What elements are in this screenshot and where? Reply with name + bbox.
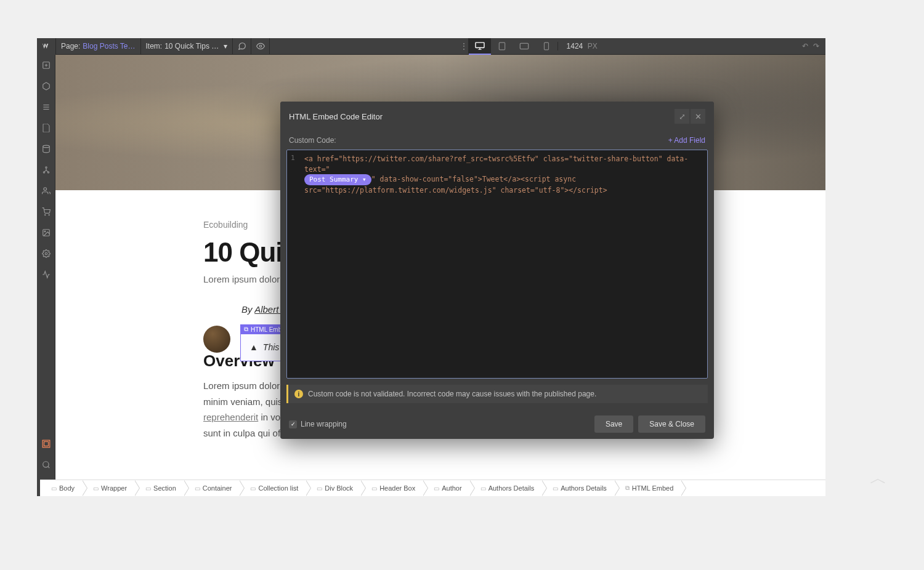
svg-point-10 <box>46 167 47 168</box>
undo-icon[interactable]: ↶ <box>802 42 808 50</box>
breakpoint-desktop[interactable] <box>469 38 491 55</box>
save-button[interactable]: Save <box>594 415 633 433</box>
target-icon[interactable] <box>37 433 55 454</box>
cms-field-pill[interactable]: Post Summary ▾ <box>304 174 371 185</box>
crumb-icon: ▭ <box>434 485 439 492</box>
crumb-icon: ▭ <box>480 485 486 492</box>
crumb-icon: ▭ <box>250 485 256 492</box>
breakpoint-mobile[interactable] <box>535 38 557 55</box>
crumb-authors-details[interactable]: ▭Authors Details <box>541 480 614 497</box>
crumb-icon: ▭ <box>51 485 57 492</box>
item-selector[interactable]: Item: 10 Quick Tips … ▾ <box>141 38 233 54</box>
line-wrapping-checkbox[interactable]: ✓ Line wrapping <box>289 420 347 428</box>
crumb-icon: ▭ <box>317 485 322 492</box>
box-icon[interactable] <box>37 76 55 97</box>
line-number: 1 <box>291 154 295 162</box>
webflow-logo[interactable] <box>37 38 55 55</box>
svg-point-15 <box>49 215 49 215</box>
crumb-container[interactable]: ▭Container <box>184 480 240 497</box>
page-value: Blog Posts Te… <box>83 42 135 50</box>
assets-icon[interactable] <box>37 222 55 243</box>
crumb-html-embed[interactable]: ⧉HTML Embed <box>614 480 681 497</box>
crumb-icon: ▭ <box>195 485 200 492</box>
crumb-icon: ▭ <box>553 485 558 492</box>
crumb-header-box[interactable]: ▭Header Box <box>360 480 423 497</box>
body-link[interactable]: reprehenderit <box>203 412 258 422</box>
svg-point-18 <box>45 252 47 255</box>
chat-icon[interactable] <box>233 38 251 55</box>
crumb-author[interactable]: ▭Author <box>423 480 469 497</box>
save-close-button[interactable]: Save & Close <box>638 415 705 433</box>
crumb-wrapper[interactable]: ▭Wrapper <box>82 480 134 497</box>
svg-line-22 <box>48 467 50 468</box>
search-icon[interactable] <box>37 454 55 475</box>
breakpoint-tablet-landscape[interactable] <box>513 38 535 55</box>
svg-point-9 <box>43 145 50 148</box>
code-editor[interactable]: 1 <a href="https://twitter.com/share?ref… <box>286 150 708 379</box>
expand-icon[interactable]: ⤢ <box>675 109 689 124</box>
settings-icon[interactable] <box>37 243 55 264</box>
crumb-icon: ▭ <box>145 485 151 492</box>
svg-rect-2 <box>499 42 505 50</box>
svg-point-0 <box>259 45 262 47</box>
preview-icon[interactable] <box>251 38 270 55</box>
svg-point-14 <box>45 215 46 215</box>
add-panel-icon[interactable] <box>37 55 55 76</box>
audit-icon[interactable] <box>37 264 55 285</box>
crumb-icon: ⧉ <box>625 484 630 492</box>
tree-icon[interactable] <box>37 159 55 180</box>
author-avatar <box>203 326 230 353</box>
info-icon: i <box>294 390 303 398</box>
redo-icon[interactable]: ↷ <box>813 42 819 50</box>
validation-warning: i Custom code is not validated. Incorrec… <box>286 385 708 403</box>
crumb-icon: ▭ <box>93 485 99 492</box>
checkbox-icon: ✓ <box>289 420 297 428</box>
page-selector[interactable]: Page: Blog Posts Te… <box>55 38 141 54</box>
warning-icon: ▲ <box>249 342 258 352</box>
embed-icon: ⧉ <box>244 326 248 333</box>
viewport-width: 1424 PX <box>557 42 606 50</box>
navigator-icon[interactable] <box>37 97 55 118</box>
svg-point-17 <box>44 231 46 232</box>
svg-rect-19 <box>44 442 49 446</box>
close-icon[interactable]: ✕ <box>691 109 705 124</box>
html-embed-modal: HTML Embed Code Editor ⤢ ✕ Custom Code: … <box>280 102 714 439</box>
users-icon[interactable] <box>37 180 55 201</box>
svg-rect-4 <box>544 42 548 50</box>
crumb-div-block[interactable]: ▭Div Block <box>306 480 360 497</box>
add-field-button[interactable]: + Add Field <box>668 136 705 145</box>
crumb-section[interactable]: ▭Section <box>134 480 184 497</box>
item-label: Item: <box>146 42 163 50</box>
svg-rect-1 <box>476 42 484 47</box>
scroll-hint-icon: ︿ <box>870 467 887 490</box>
crumb-collection-list[interactable]: ▭Collection list <box>239 480 306 497</box>
svg-point-12 <box>47 172 49 173</box>
item-value: 10 Quick Tips … <box>164 42 219 50</box>
custom-code-label: Custom Code: <box>289 136 668 145</box>
svg-point-13 <box>44 188 47 191</box>
svg-point-21 <box>43 462 49 467</box>
modal-title: HTML Embed Code Editor <box>289 112 673 121</box>
svg-rect-3 <box>520 43 528 49</box>
pages-icon[interactable] <box>37 118 55 138</box>
page-label: Page: <box>61 42 80 50</box>
breadcrumb: ▭Body▭Wrapper▭Section▭Container▭Collecti… <box>40 480 825 496</box>
more-icon[interactable]: ⋮ <box>460 38 469 55</box>
svg-point-11 <box>43 172 44 173</box>
breakpoint-tablet[interactable] <box>491 38 513 55</box>
ecommerce-icon[interactable] <box>37 201 55 222</box>
chevron-down-icon: ▾ <box>224 42 227 50</box>
crumb-icon: ▭ <box>371 485 377 492</box>
crumb-body[interactable]: ▭Body <box>40 480 82 497</box>
cms-icon[interactable] <box>37 138 55 159</box>
crumb-authors-details[interactable]: ▭Authors Details <box>469 480 542 497</box>
